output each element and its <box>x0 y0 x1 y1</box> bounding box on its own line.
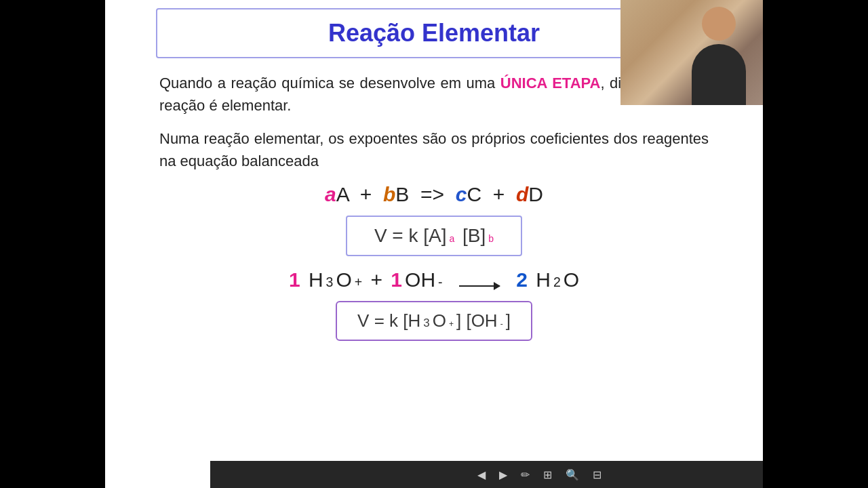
coef-a: a <box>325 183 336 205</box>
reaction-arrow <box>459 285 500 287</box>
toolbar-print-icon[interactable]: ⊞ <box>543 468 552 481</box>
paragraph-2: Numa reação elementar, os expoentes são … <box>159 127 709 172</box>
webcam-head <box>702 7 736 41</box>
main-container: Reação Elementar Quando a reação química… <box>0 0 868 488</box>
coef-2: 2 <box>516 268 528 291</box>
toolbar-zoom-icon[interactable]: 🔍 <box>566 468 579 481</box>
rate-b: [B] <box>457 225 486 247</box>
chemical-equation-2: 1 H3O+ + 1OH- 2 H2O <box>289 268 579 291</box>
black-bar-right <box>763 0 868 488</box>
coef-c: c <box>456 183 467 205</box>
coef-d: d <box>516 183 528 205</box>
coef-b: b <box>383 183 395 205</box>
rate-formula-box-2: V = k [H3O+] [OH-] <box>336 301 532 341</box>
coef-1b: 1 <box>391 268 402 291</box>
slide-title: Reação Elementar <box>328 19 540 47</box>
para1-highlight: ÚNICA ETAPA <box>500 75 601 92</box>
rate-v: V = k [A] <box>374 225 447 247</box>
slide-area: Reação Elementar Quando a reação química… <box>105 0 763 488</box>
coef-1: 1 <box>289 268 300 291</box>
toolbar-export-icon[interactable]: ⊟ <box>593 468 601 481</box>
toolbar-pencil-icon[interactable]: ✏ <box>521 468 530 481</box>
rate-formula-1: V = k [A]a [B]b <box>374 225 494 247</box>
rate-formula-2: V = k [H3O+] [OH-] <box>357 310 511 331</box>
toolbar-back-icon[interactable]: ◀ <box>477 468 486 481</box>
para1-part1: Quando a reação química se desenvolve em… <box>159 75 500 92</box>
chemical-equation-1: aA + bB => cC + dD <box>325 183 543 206</box>
webcam-body <box>692 44 746 105</box>
toolbar-forward-icon[interactable]: ▶ <box>499 468 507 481</box>
rate-formula-box-1: V = k [A]a [B]b <box>346 216 522 256</box>
webcam-overlay <box>620 0 763 105</box>
equation-section: aA + bB => cC + dD V = k [A]a [B]b 1 H3O… <box>159 183 709 348</box>
rate2-v: V = k [H <box>357 310 420 331</box>
webcam-person <box>688 7 749 102</box>
slide-content: Quando a reação química se desenvolve em… <box>105 58 763 488</box>
black-bar-left <box>0 0 105 488</box>
